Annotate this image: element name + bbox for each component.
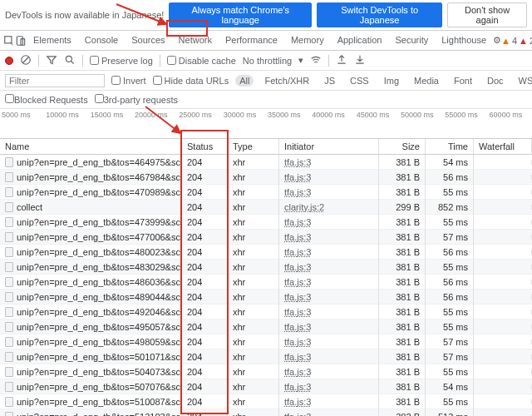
filter-js[interactable]: JS xyxy=(320,75,339,87)
initiator-link[interactable]: tfa.js:3 xyxy=(284,397,311,407)
initiator-link[interactable]: tfa.js:3 xyxy=(284,247,311,257)
filter-input[interactable] xyxy=(5,74,105,87)
initiator-link[interactable]: clarity.js:2 xyxy=(284,202,324,212)
col-status[interactable]: Status xyxy=(182,139,228,154)
tab-security[interactable]: Security xyxy=(388,32,435,50)
info-banner: DevTools is now available in Japanese! A… xyxy=(0,0,532,31)
col-type[interactable]: Type xyxy=(228,139,279,154)
cell-type: xhr xyxy=(228,215,279,230)
filter-doc[interactable]: Doc xyxy=(483,75,508,87)
initiator-link[interactable]: tfa.js:3 xyxy=(284,232,311,242)
blocked-requests-checkbox[interactable]: Blocked Requests xyxy=(5,94,88,105)
cell-time: 55 ms xyxy=(426,305,474,319)
filter-icon[interactable] xyxy=(46,54,57,67)
col-time[interactable]: Time xyxy=(426,139,474,154)
initiator-link[interactable]: tfa.js:3 xyxy=(284,262,311,272)
table-row[interactable]: unip?en=pre_d_eng_tb&tos=477006&scd=93&s… xyxy=(0,230,532,245)
tab-memory[interactable]: Memory xyxy=(284,32,331,50)
table-row[interactable]: unip?en=pre_d_eng_tb&tos=507076&scd=93&s… xyxy=(0,379,532,394)
initiator-link[interactable]: tfa.js:3 xyxy=(284,412,311,417)
issue-counts[interactable]: ▲4 ▲205 xyxy=(501,36,532,46)
throttling-select[interactable]: No throttling xyxy=(243,56,292,66)
tab-sources[interactable]: Sources xyxy=(125,32,171,50)
table-row[interactable]: unip?en=pre_d_eng_tb&tos=513103&scd=93&s… xyxy=(0,409,532,416)
filter-media[interactable]: Media xyxy=(410,75,443,87)
initiator-link[interactable]: tfa.js:3 xyxy=(284,217,311,227)
filter-fetch[interactable]: Fetch/XHR xyxy=(260,75,313,87)
table-row[interactable]: unip?en=pre_d_eng_tb&tos=489044&scd=93&s… xyxy=(0,290,532,305)
cell-status: 204 xyxy=(182,409,228,417)
initiator-link[interactable]: tfa.js:3 xyxy=(284,352,311,362)
table-row[interactable]: unip?en=pre_d_eng_tb&tos=504073&scd=93&s… xyxy=(0,364,532,379)
table-row[interactable]: unip?en=pre_d_eng_tb&tos=473999&scd=93&s… xyxy=(0,215,532,230)
device-icon[interactable] xyxy=(15,33,27,48)
tab-application[interactable]: Application xyxy=(331,32,389,50)
initiator-link[interactable]: tfa.js:3 xyxy=(284,292,311,302)
wifi-icon[interactable] xyxy=(310,54,322,67)
filter-all[interactable]: All xyxy=(235,75,254,87)
cell-waterfall xyxy=(474,175,532,180)
upload-icon[interactable] xyxy=(336,54,347,67)
initiator-link[interactable]: tfa.js:3 xyxy=(284,382,311,392)
table-row[interactable]: unip?en=pre_d_eng_tb&tos=470989&scd=93&s… xyxy=(0,185,532,200)
download-icon[interactable] xyxy=(354,54,366,67)
initiator-link[interactable]: tfa.js:3 xyxy=(284,277,311,287)
tab-network[interactable]: Network xyxy=(172,32,219,50)
table-row[interactable]: unip?en=pre_d_eng_tb&tos=464975&scd=93&s… xyxy=(0,155,532,170)
initiator-link[interactable]: tfa.js:3 xyxy=(284,187,311,197)
initiator-link[interactable]: tfa.js:3 xyxy=(284,157,311,167)
initiator-link[interactable]: tfa.js:3 xyxy=(284,172,311,182)
filter-ws[interactable]: WS xyxy=(515,75,532,87)
tab-console[interactable]: Console xyxy=(78,32,125,50)
cell-type: xhr xyxy=(228,170,279,185)
table-row[interactable]: unip?en=pre_d_eng_tb&tos=501071&scd=93&s… xyxy=(0,349,532,364)
timeline-tick: 60000 ms xyxy=(488,111,532,119)
initiator-link[interactable]: tfa.js:3 xyxy=(284,307,311,317)
initiator-link[interactable]: tfa.js:3 xyxy=(284,322,311,332)
table-row[interactable]: unip?en=pre_d_eng_tb&tos=492046&scd=93&s… xyxy=(0,305,532,319)
table-row[interactable]: unip?en=pre_d_eng_tb&tos=510087&scd=93&s… xyxy=(0,394,532,409)
settings-icon[interactable]: ⚙ xyxy=(493,33,501,48)
filter-css[interactable]: CSS xyxy=(346,75,373,87)
table-row[interactable]: unip?en=pre_d_eng_tb&tos=486036&scd=93&s… xyxy=(0,275,532,290)
record-button[interactable] xyxy=(5,57,13,65)
timeline-overview[interactable]: 5000 ms10000 ms15000 ms20000 ms25000 ms3… xyxy=(0,109,532,139)
file-icon xyxy=(5,322,13,332)
timeline-tick: 20000 ms xyxy=(133,111,177,119)
switch-lang-button[interactable]: Switch DevTools to Japanese xyxy=(317,2,442,27)
col-initiator[interactable]: Initiator xyxy=(279,139,379,154)
disable-cache-checkbox[interactable]: Disable cache xyxy=(167,56,236,66)
dismiss-banner-button[interactable]: Don't show again xyxy=(447,2,527,27)
filter-font[interactable]: Font xyxy=(450,75,476,87)
request-name: unip?en=pre_d_eng_tb&tos=489044&scd=93&s… xyxy=(17,292,182,302)
request-name: unip?en=pre_d_eng_tb&tos=498059&scd=93&s… xyxy=(17,337,182,347)
cell-type: xhr xyxy=(228,379,279,394)
table-row[interactable]: unip?en=pre_d_eng_tb&tos=495057&scd=93&s… xyxy=(0,319,532,334)
cell-status: 204 xyxy=(182,260,228,275)
file-icon xyxy=(5,412,13,417)
invert-checkbox[interactable]: Invert xyxy=(111,76,146,86)
table-row[interactable]: collect204xhrclarity.js:2299 B852 ms xyxy=(0,200,532,215)
table-row[interactable]: unip?en=pre_d_eng_tb&tos=483029&scd=93&s… xyxy=(0,260,532,275)
initiator-link[interactable]: tfa.js:3 xyxy=(284,367,311,377)
tab-performance[interactable]: Performance xyxy=(219,32,284,50)
col-waterfall[interactable]: Waterfall xyxy=(474,139,532,154)
filter-img[interactable]: Img xyxy=(380,75,403,87)
chevron-down-icon[interactable]: ▾ xyxy=(298,55,303,66)
hide-data-checkbox[interactable]: Hide data URLs xyxy=(153,76,229,86)
match-lang-button[interactable]: Always match Chrome's language xyxy=(169,2,312,27)
initiator-link[interactable]: tfa.js:3 xyxy=(284,337,311,347)
tab-lighthouse[interactable]: Lighthouse xyxy=(435,32,493,50)
clear-icon[interactable] xyxy=(20,54,32,67)
search-icon[interactable] xyxy=(64,54,76,67)
table-row[interactable]: unip?en=pre_d_eng_tb&tos=467984&scd=93&s… xyxy=(0,170,532,185)
col-name[interactable]: Name xyxy=(0,139,182,154)
table-row[interactable]: unip?en=pre_d_eng_tb&tos=480023&scd=93&s… xyxy=(0,245,532,260)
third-party-checkbox[interactable]: 3rd-party requests xyxy=(95,94,178,105)
table-header[interactable]: Name Status Type Initiator Size Time Wat… xyxy=(0,139,532,155)
preserve-log-checkbox[interactable]: Preserve log xyxy=(90,56,153,66)
table-row[interactable]: unip?en=pre_d_eng_tb&tos=498059&scd=93&s… xyxy=(0,334,532,349)
inspect-icon[interactable] xyxy=(3,33,15,48)
tab-elements[interactable]: Elements xyxy=(27,32,78,50)
col-size[interactable]: Size xyxy=(379,139,426,154)
